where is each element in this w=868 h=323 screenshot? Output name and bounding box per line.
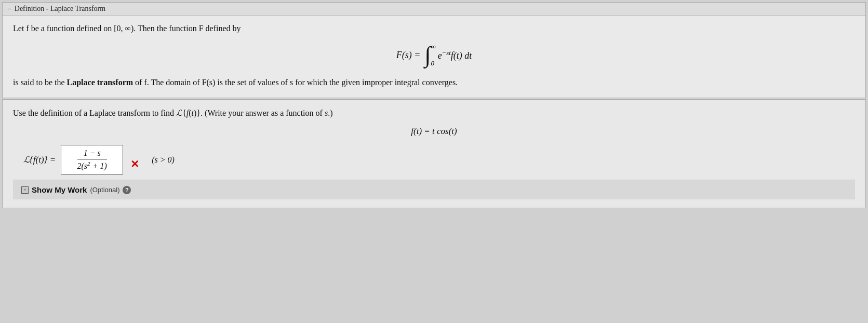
fraction-numerator: 1 − s bbox=[77, 149, 107, 159]
help-icon[interactable]: ? bbox=[123, 186, 131, 194]
answer-label: ℒ{f(t)} = bbox=[23, 154, 56, 165]
domain-note: (s > 0) bbox=[152, 155, 175, 165]
integral-symbol: ∫ bbox=[424, 44, 431, 66]
collapse-icon[interactable]: − bbox=[8, 5, 11, 13]
show-work-optional: (Optional) bbox=[90, 186, 119, 194]
problem-statement: Use the definition of a Laplace transfor… bbox=[13, 108, 855, 118]
answer-fraction: 1 − s 2(s2 + 1) bbox=[77, 149, 107, 171]
main-content: Use the definition of a Laplace transfor… bbox=[2, 99, 866, 208]
definition-intro-text: Let f be a function defined on [0, ∞). T… bbox=[13, 24, 855, 33]
integral-upper: ∞ bbox=[431, 43, 435, 51]
show-work-bar[interactable]: + Show My Work (Optional) ? bbox=[13, 180, 855, 199]
integral-lower: 0 bbox=[431, 59, 434, 68]
note-before: is said to be the bbox=[13, 78, 67, 87]
fraction-denominator: 2(s2 + 1) bbox=[77, 159, 107, 171]
show-work-expand-icon: + bbox=[21, 186, 29, 194]
definition-note: is said to be the Laplace transform of f… bbox=[13, 78, 855, 87]
wrong-mark: ✕ bbox=[130, 158, 139, 170]
integral-integrand: e−stf(t) dt bbox=[438, 49, 472, 61]
definition-box: − Definition - Laplace Transform Let f b… bbox=[2, 2, 866, 98]
definition-header[interactable]: − Definition - Laplace Transform bbox=[3, 3, 865, 16]
page-wrapper: − Definition - Laplace Transform Let f b… bbox=[0, 0, 868, 323]
bold-term: Laplace transform bbox=[67, 78, 133, 87]
formula-block: F(s) = ∫ ∞ 0 e−stf(t) dt bbox=[13, 43, 855, 68]
definition-title: Definition - Laplace Transform bbox=[15, 5, 105, 13]
formula-lhs: F(s) = bbox=[396, 50, 421, 61]
integral-limits: ∞ 0 bbox=[431, 43, 435, 68]
function-definition: f(t) = t cos(t) bbox=[13, 126, 855, 137]
definition-content: Let f be a function defined on [0, ∞). T… bbox=[3, 16, 865, 98]
show-work-label: Show My Work bbox=[32, 185, 87, 194]
note-after: of f. The domain of F(s) is the set of v… bbox=[133, 78, 458, 87]
answer-box[interactable]: 1 − s 2(s2 + 1) bbox=[61, 145, 123, 174]
answer-row: ℒ{f(t)} = 1 − s 2(s2 + 1) ✕ (s > 0) bbox=[23, 145, 855, 174]
